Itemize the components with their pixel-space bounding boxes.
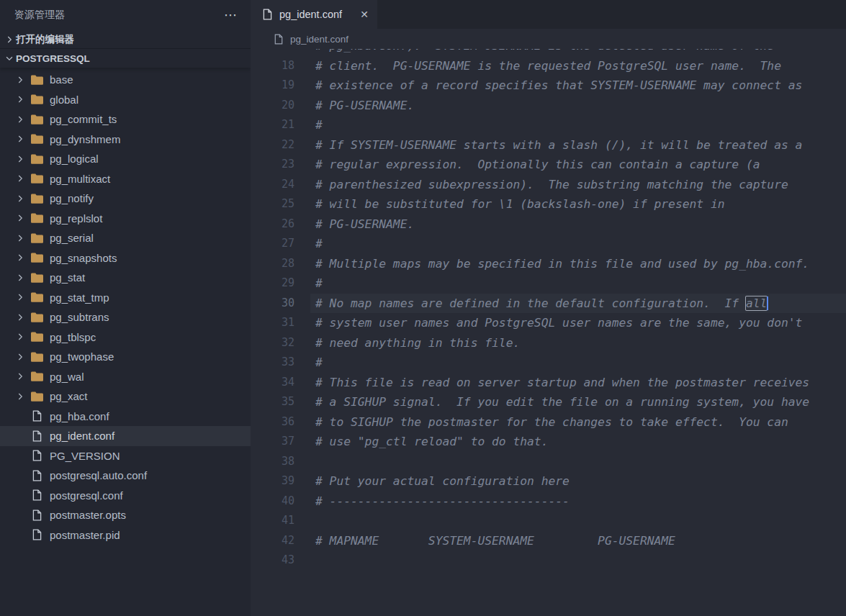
code-line-text[interactable]: # ----------------------------------	[315, 492, 570, 512]
code-line-text[interactable]: # client. PG-USERNAME is the requested P…	[315, 56, 781, 76]
code-line-text[interactable]: #	[315, 353, 323, 373]
line-number: 21	[251, 115, 294, 135]
code-line-text[interactable]: # to SIGHUP the postmaster for the chang…	[315, 412, 788, 432]
tree-item[interactable]: pg_notify	[0, 189, 251, 209]
folder-icon	[30, 391, 43, 402]
tab-pg-ident-conf[interactable]: pg_ident.conf ✕	[251, 0, 377, 29]
code-editor: 17 # pg_hba.conf). SYSTEM-USERNAME is th…	[251, 29, 846, 616]
tree-item-label: pg_stat_tmp	[50, 291, 109, 304]
tree-item[interactable]: pg_logical	[0, 149, 251, 169]
code-line-text[interactable]: # use "pg_ctl reload" to do that.	[315, 432, 548, 452]
tree-item[interactable]: postmaster.opts	[0, 505, 251, 525]
section-open-editors[interactable]: 打开的编辑器	[0, 30, 251, 49]
folder-icon	[30, 213, 43, 223]
code-line: 37 # use "pg_ctl reload" to do that.	[251, 432, 846, 452]
tree-item[interactable]: pg_dynshmem	[0, 130, 251, 150]
tree-item[interactable]: pg_serial	[0, 228, 251, 248]
code-line-text[interactable]: #	[315, 115, 323, 135]
breadcrumb[interactable]: pg_ident.conf	[251, 29, 846, 49]
tree-item[interactable]: pg_snapshots	[0, 248, 251, 268]
cursor-word-highlight: all	[746, 296, 767, 310]
code-line: 43	[251, 551, 846, 571]
tree-item[interactable]: pg_twophase	[0, 347, 251, 367]
code-line-text[interactable]: # existence of a record specifies that S…	[315, 76, 802, 96]
code-line-text[interactable]: # No map names are defined in the defaul…	[315, 294, 768, 314]
tree-item-label: postgresql.auto.conf	[50, 469, 147, 481]
code-line: 21 #	[251, 115, 846, 135]
line-number: 27	[251, 234, 294, 254]
code-line: 32 # need anything in this file.	[251, 333, 846, 353]
code-line-text[interactable]: #	[315, 273, 323, 294]
tree-item[interactable]: pg_subtrans	[0, 307, 251, 327]
code-line-text[interactable]: # PG-USERNAME.	[315, 214, 414, 235]
code-line-text[interactable]: # This file is read on server startup an…	[315, 373, 809, 393]
tree-item[interactable]: postgresql.auto.conf	[0, 466, 251, 486]
tree-item-label: global	[50, 94, 78, 106]
file-icon	[30, 410, 43, 422]
tree-item[interactable]: global	[0, 90, 251, 110]
chevron-right-icon	[14, 133, 26, 145]
chevron-right-icon	[14, 252, 26, 263]
tree-item[interactable]: pg_hba.conf	[0, 407, 251, 427]
section-postgressql[interactable]: POSTGRESSQL	[0, 49, 251, 68]
tree-item[interactable]: pg_stat_tmp	[0, 288, 251, 308]
code-line-text[interactable]: # MAPNAME SYSTEM-USERNAME PG-USERNAME	[315, 531, 675, 551]
line-number: 28	[251, 254, 294, 274]
tree-item-label: pg_hba.conf	[50, 410, 109, 422]
code-line: 26 # PG-USERNAME.	[251, 214, 846, 235]
line-number: 41	[251, 511, 294, 531]
tree-item[interactable]: base	[0, 70, 251, 90]
tree-item[interactable]: postmaster.pid	[0, 525, 251, 545]
tree-item[interactable]: pg_ident.conf	[0, 426, 251, 446]
tree-item-label: base	[50, 73, 73, 86]
folder-icon	[30, 154, 43, 164]
code-line-text[interactable]: # system user names and PostgreSQL user …	[315, 313, 802, 333]
tree-item[interactable]: PG_VERSION	[0, 446, 251, 466]
line-number: 32	[251, 333, 294, 353]
folder-icon	[30, 292, 43, 302]
tree-item[interactable]: pg_xact	[0, 386, 251, 407]
tree-item[interactable]: pg_wal	[0, 367, 251, 387]
code-line-text[interactable]: # Multiple maps may be specified in this…	[315, 254, 809, 274]
code-line-text[interactable]: # a SIGHUP signal. If you edit the file …	[315, 392, 809, 412]
tree-item-label: pg_commit_ts	[50, 113, 117, 125]
file-icon	[30, 529, 43, 540]
folder-icon	[30, 173, 43, 184]
code-line-text[interactable]: #	[315, 234, 323, 254]
line-number: 42	[251, 531, 294, 551]
more-actions-icon[interactable]: ⋯	[224, 9, 238, 22]
section-label: POSTGRESSQL	[16, 53, 90, 64]
code-line: 42 # MAPNAME SYSTEM-USERNAME PG-USERNAME	[251, 531, 846, 551]
code-line: 25 # will be substituted for \1 (backsla…	[251, 194, 846, 214]
tree-item[interactable]: pg_tblspc	[0, 327, 251, 348]
code-line-text[interactable]: # PG-USERNAME.	[315, 96, 414, 116]
chevron-down-icon	[3, 53, 16, 64]
code-line-text[interactable]: # parenthesized subexpression). The subs…	[315, 175, 788, 195]
chevron-right-icon	[14, 114, 26, 125]
close-icon[interactable]: ✕	[359, 8, 370, 21]
code-line-text[interactable]: # need anything in this file.	[315, 333, 520, 353]
tree-item[interactable]: pg_replslot	[0, 209, 251, 229]
code-line-text[interactable]: # Put your actual configuration here	[315, 471, 570, 492]
tree-item[interactable]: pg_multixact	[0, 169, 251, 189]
tree-item[interactable]: pg_stat	[0, 268, 251, 288]
code-line: 36 # to SIGHUP the postmaster for the ch…	[251, 412, 846, 432]
code-line-text[interactable]: # regular expression. Optionally this ca…	[315, 155, 760, 175]
tree-item-label: pg_twophase	[50, 350, 114, 363]
section-label: 打开的编辑器	[16, 33, 74, 46]
folder-icon	[30, 312, 43, 322]
file-icon	[30, 470, 43, 481]
code-line-text[interactable]: # will be substituted for \1 (backslash-…	[315, 194, 725, 214]
tree-item[interactable]: postgresql.conf	[0, 486, 251, 506]
line-number: 34	[251, 373, 294, 393]
line-number: 30	[251, 294, 294, 314]
tab-label: pg_ident.conf	[279, 9, 342, 20]
code-line: 31 # system user names and PostgreSQL us…	[251, 313, 846, 333]
tree-item[interactable]: pg_commit_ts	[0, 109, 251, 130]
line-number: 18	[251, 56, 294, 76]
folder-icon	[30, 134, 43, 144]
code-line: 41	[251, 511, 846, 531]
code-line: 38	[251, 452, 846, 472]
code-line-text[interactable]: # If SYSTEM-USERNAME starts with a slash…	[315, 135, 802, 155]
tree-item-label: pg_tblspc	[50, 331, 96, 343]
